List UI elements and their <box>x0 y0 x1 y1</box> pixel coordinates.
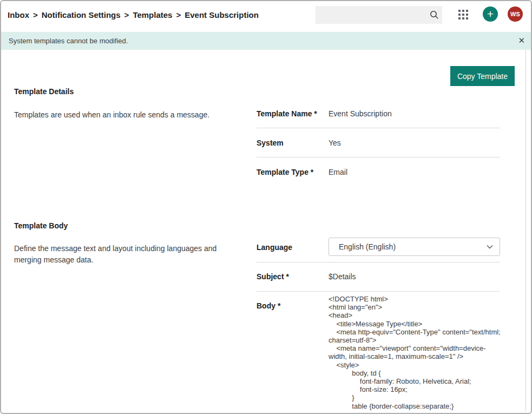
banner-message: System templates cannot be modified. <box>9 37 128 45</box>
breadcrumb-separator: > <box>121 10 133 19</box>
body-code-content: <!DOCTYPE html> <html lang="en"> <head> … <box>329 295 502 410</box>
row-divider <box>257 291 500 292</box>
field-value-system: Yes <box>329 139 341 147</box>
field-label-language: Language <box>257 243 292 252</box>
apps-grid-icon[interactable] <box>458 10 469 20</box>
breadcrumb-item-inbox[interactable]: Inbox <box>8 10 29 19</box>
breadcrumb-separator: > <box>29 10 42 19</box>
field-value-template-name: Event Subscription <box>329 109 392 118</box>
row-divider <box>257 128 500 128</box>
template-body-description: Define the message text and layout inclu… <box>14 243 245 266</box>
language-selected-value: English (English) <box>329 242 487 251</box>
chevron-down-icon <box>487 245 500 249</box>
search-icon[interactable] <box>426 6 442 24</box>
info-banner: System templates cannot be modified. ✕ <box>1 32 531 50</box>
field-label-template-name: Template Name * <box>257 109 317 118</box>
breadcrumb-item-current: Event Subscription <box>185 10 259 19</box>
banner-close-icon[interactable]: ✕ <box>518 36 525 45</box>
field-label-system: System <box>257 139 284 147</box>
breadcrumb-item-notification-settings[interactable]: Notification Settings <box>42 10 121 19</box>
template-body-title: Template Body <box>14 221 68 230</box>
breadcrumb-item-templates[interactable]: Templates <box>133 10 172 19</box>
row-divider <box>257 157 500 157</box>
app-window: Inbox>Notification Settings>Templates>Ev… <box>0 0 532 414</box>
row-divider <box>257 262 500 262</box>
language-select[interactable]: English (English) <box>329 238 500 256</box>
scrollbar-track[interactable] <box>526 50 526 411</box>
field-label-template-type: Template Type * <box>257 168 313 176</box>
breadcrumb: Inbox>Notification Settings>Templates>Ev… <box>8 10 259 19</box>
field-value-template-type: Email <box>329 168 347 176</box>
template-details-description: Templates are used when an inbox rule se… <box>14 109 247 121</box>
user-avatar[interactable]: WS <box>508 6 523 22</box>
search-box <box>316 6 442 24</box>
search-input[interactable] <box>316 6 426 24</box>
field-label-body: Body * <box>257 301 280 310</box>
add-button[interactable]: + <box>483 6 498 22</box>
copy-template-button[interactable]: Copy Template <box>450 66 515 86</box>
top-bar: Inbox>Notification Settings>Templates>Ev… <box>1 1 531 32</box>
breadcrumb-separator: > <box>172 10 185 19</box>
field-value-subject: $Details <box>329 272 356 281</box>
field-label-subject: Subject * <box>257 272 289 281</box>
template-details-title: Template Details <box>14 87 74 96</box>
